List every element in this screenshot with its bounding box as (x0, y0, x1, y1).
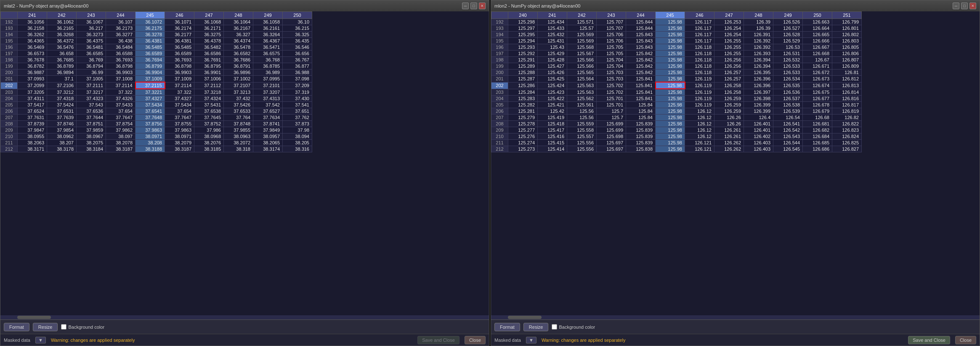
table-cell[interactable]: 37.1005 (77, 76, 106, 83)
table-cell[interactable]: 126.396 (744, 76, 773, 83)
table-cell[interactable]: 125.98 (656, 102, 685, 108)
col-header-2-240[interactable]: 240 (508, 12, 538, 19)
table-cell[interactable]: 36.435 (283, 38, 312, 44)
table-cell[interactable]: 125.563 (567, 82, 597, 89)
table-cell[interactable]: 36.3277 (106, 32, 135, 38)
table-cell[interactable]: 37.209 (283, 82, 312, 89)
table-cell[interactable]: 38.3188 (135, 146, 165, 152)
table-cell[interactable]: 126.119 (685, 82, 714, 89)
table-cell[interactable]: 36.1056 (18, 19, 47, 25)
table-cell[interactable]: 125.287 (508, 76, 538, 83)
table-cell[interactable]: 36.3278 (135, 32, 165, 38)
table-cell[interactable]: 36.2158 (18, 25, 47, 32)
table-cell[interactable]: 125.566 (567, 57, 597, 63)
table-cell[interactable]: 38.3187 (106, 146, 135, 152)
table-cell[interactable]: 125.562 (567, 96, 597, 102)
table-cell[interactable]: 125.698 (597, 133, 626, 140)
table-cell[interactable]: 36.3275 (194, 32, 224, 38)
table-cell[interactable]: 126.526 (773, 19, 803, 25)
table-cell[interactable]: 36.2177 (165, 32, 194, 38)
table-cell[interactable]: 36.7691 (194, 57, 224, 63)
table-cell[interactable]: 125.839 (626, 121, 656, 127)
table-cell[interactable]: 36.7693 (165, 57, 194, 63)
table-cell[interactable]: 37.6536 (77, 108, 106, 114)
table-cell[interactable]: 37.7644 (77, 114, 106, 121)
table-cell[interactable]: 126.533 (773, 69, 803, 76)
table-cell[interactable]: 38.0957 (253, 133, 283, 140)
table-cell[interactable]: 126.261 (714, 127, 744, 133)
table-cell[interactable]: 38.316 (283, 146, 312, 152)
table-cell[interactable]: 126.544 (773, 140, 803, 146)
table-cell[interactable]: 126.403 (744, 146, 773, 152)
table-cell[interactable]: 36.5471 (253, 44, 283, 51)
table-cell[interactable]: 125.414 (538, 146, 567, 152)
table-cell[interactable]: 126.532 (773, 57, 803, 63)
table-cell[interactable]: 125.428 (538, 57, 567, 63)
table-cell[interactable]: 126.394 (744, 63, 773, 69)
table-cell[interactable]: 36.4381 (135, 38, 165, 44)
table-cell[interactable]: 37.7647 (106, 114, 135, 121)
table-cell[interactable]: 37.3213 (224, 89, 253, 96)
table-cell[interactable]: 126.395 (744, 69, 773, 76)
table-cell[interactable]: 126.117 (685, 25, 714, 32)
table-cell[interactable]: 126.679 (803, 108, 832, 114)
table-cell[interactable]: 125.273 (508, 146, 538, 152)
table-cell[interactable]: 36.5482 (194, 44, 224, 51)
table-cell[interactable]: 125.98 (656, 96, 685, 102)
table-cell[interactable]: 126.671 (803, 63, 832, 69)
table-cell[interactable]: 126.121 (685, 146, 714, 152)
table-cell[interactable]: 125.843 (626, 38, 656, 44)
table-cell[interactable]: 36.99 (77, 69, 106, 76)
table-cell[interactable]: 38.0962 (47, 133, 77, 140)
minimize-btn-1[interactable]: ─ (462, 3, 469, 9)
table-cell[interactable]: 36.7694 (135, 57, 165, 63)
table-cell[interactable]: 125.699 (597, 127, 626, 133)
table-cell[interactable]: 126.667 (803, 44, 832, 51)
table-cell[interactable]: 37.8754 (106, 121, 135, 127)
table-cell[interactable]: 126.803 (832, 38, 862, 44)
masked-data-dropdown-2[interactable]: ▼ (526, 337, 536, 343)
table-cell[interactable]: 38.2065 (253, 140, 283, 146)
table-cell[interactable]: 36.8799 (135, 63, 165, 69)
table-cell[interactable]: 37.7639 (47, 114, 77, 121)
table-cell[interactable]: 36.8794 (77, 63, 106, 69)
table-cell[interactable]: 36.2175 (135, 25, 165, 32)
table-cell[interactable]: 125.567 (567, 51, 597, 57)
scrollbar-1[interactable] (0, 315, 489, 319)
table-cell[interactable]: 126.545 (773, 146, 803, 152)
table-cell[interactable]: 125.569 (567, 38, 597, 44)
col-header-1-248[interactable]: 248 (224, 12, 253, 19)
table-cell[interactable]: 36.656 (283, 51, 312, 57)
table-cell[interactable]: 37.322 (165, 89, 194, 96)
table-cell[interactable]: 37.319 (283, 89, 312, 96)
close-status-button-2[interactable]: Close (955, 336, 976, 344)
scrollbar-thumb-1[interactable] (17, 316, 51, 319)
table-cell[interactable]: 37.1006 (194, 76, 224, 83)
table-cell[interactable]: 125.295 (508, 32, 538, 38)
table-cell[interactable]: 126.394 (744, 57, 773, 63)
table-cell[interactable]: 125.705 (597, 51, 626, 57)
table-cell[interactable]: 38.2079 (165, 140, 194, 146)
table-cell[interactable]: 126.39 (744, 19, 773, 25)
table-cell[interactable]: 37.8755 (165, 121, 194, 127)
table-cell[interactable]: 125.425 (538, 76, 567, 83)
close-btn-2[interactable]: ✕ (969, 3, 976, 9)
table-cell[interactable]: 125.843 (626, 44, 656, 51)
table-cell[interactable]: 36.2173 (106, 25, 135, 32)
table-cell[interactable]: 36.327 (224, 32, 253, 38)
table-cell[interactable]: 126.682 (803, 127, 832, 133)
table-cell[interactable]: 126.259 (714, 102, 744, 108)
table-cell[interactable]: 125.7 (597, 114, 626, 121)
table-cell[interactable]: 125.701 (597, 96, 626, 102)
table-cell[interactable]: 125.701 (597, 102, 626, 108)
table-cell[interactable]: 126.391 (744, 32, 773, 38)
table-cell[interactable]: 125.563 (567, 89, 597, 96)
table-cell[interactable]: 36.8791 (224, 63, 253, 69)
table-cell[interactable]: 125.839 (626, 133, 656, 140)
table-cell[interactable]: 36.5485 (165, 44, 194, 51)
table-cell[interactable]: 125.431 (538, 38, 567, 44)
table-cell[interactable]: 125.844 (626, 19, 656, 25)
table-cell[interactable]: 38.2063 (18, 140, 47, 146)
table-cell[interactable]: 36.3264 (253, 32, 283, 38)
table-cell[interactable]: 126.257 (714, 76, 744, 83)
